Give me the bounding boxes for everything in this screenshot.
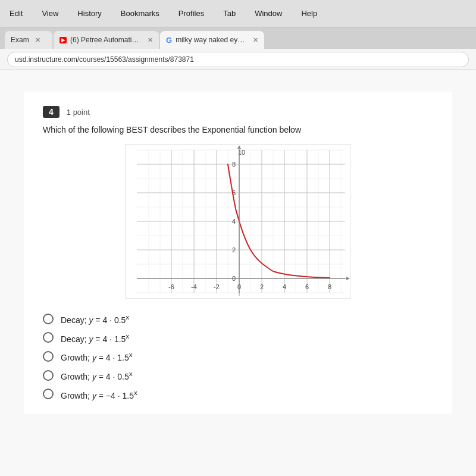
tab-google-close[interactable]: ✕ (253, 36, 258, 44)
question-header: 4 1 point (43, 106, 433, 118)
menu-help[interactable]: Help (298, 7, 321, 20)
youtube-icon: ▶ (60, 37, 67, 43)
radio-0[interactable] (43, 314, 54, 324)
google-icon: G (166, 36, 172, 45)
tab-youtube[interactable]: ▶ (6) Petree Automatic Self-Clea ✕ (54, 31, 159, 49)
svg-text:-6: -6 (168, 283, 174, 290)
menu-bookmarks[interactable]: Bookmarks (117, 7, 163, 20)
tab-google[interactable]: G milky way naked eye visibility ✕ (160, 31, 264, 49)
radio-1[interactable] (43, 332, 54, 343)
tab-exam[interactable]: Exam ✕ (5, 31, 52, 49)
answer-text-3: Growth; y = 4 · 0.5x (61, 369, 133, 381)
url-input[interactable]: usd.instructure.com/courses/15563/assign… (7, 52, 469, 67)
svg-text:2: 2 (260, 283, 264, 290)
url-text: usd.instructure.com/courses/15563/assign… (15, 55, 194, 64)
answer-choice-0[interactable]: Decay; y = 4 · 0.5x (43, 313, 433, 325)
question-points: 1 point (67, 108, 90, 117)
radio-3[interactable] (43, 370, 54, 381)
answer-choice-4[interactable]: Growth; y = −4 · 1.5x (43, 389, 433, 400)
svg-text:6: 6 (305, 283, 309, 290)
menu-tab[interactable]: Tab (220, 7, 239, 20)
tab-youtube-label: (6) Petree Automatic Self-Clea (70, 36, 142, 44)
answer-choice-3[interactable]: Growth; y = 4 · 0.5x (43, 369, 433, 381)
tab-exam-close[interactable]: ✕ (35, 36, 40, 44)
address-bar: usd.instructure.com/courses/15563/assign… (0, 49, 476, 70)
answer-choice-1[interactable]: Decay; y = 4 · 1.5x (43, 332, 433, 344)
svg-text:-4: -4 (191, 283, 197, 290)
menu-profiles[interactable]: Profiles (175, 7, 208, 20)
page-content: 4 1 point Which of the following BEST de… (0, 70, 476, 476)
answer-text-2: Growth; y = 4 · 1.5x (61, 350, 133, 362)
question-container: 4 1 point Which of the following BEST de… (24, 92, 452, 414)
menu-bar: Edit View History Bookmarks Profiles Tab… (0, 0, 476, 27)
radio-2[interactable] (43, 351, 54, 362)
question-number: 4 (43, 106, 60, 118)
question-text: Which of the following BEST describes th… (43, 125, 433, 134)
svg-text:4: 4 (232, 218, 236, 225)
tab-google-label: milky way naked eye visibility (176, 36, 247, 44)
answer-choices: Decay; y = 4 · 0.5x Decay; y = 4 · 1.5x … (43, 313, 433, 400)
menu-history[interactable]: History (74, 7, 105, 20)
svg-text:2: 2 (232, 246, 236, 253)
graph-svg: -6 -4 -2 0 2 4 6 8 0 2 4 6 8 (125, 144, 351, 299)
svg-text:-2: -2 (214, 283, 220, 290)
svg-text:8: 8 (328, 283, 331, 290)
tab-youtube-close[interactable]: ✕ (148, 36, 153, 44)
answer-text-4: Growth; y = −4 · 1.5x (61, 389, 137, 400)
tab-bar: Exam ✕ ▶ (6) Petree Automatic Self-Clea … (0, 27, 476, 49)
menu-view[interactable]: View (38, 7, 62, 20)
tab-exam-label: Exam (11, 36, 29, 44)
menu-edit[interactable]: Edit (6, 7, 26, 20)
graph-container: -6 -4 -2 0 2 4 6 8 0 2 4 6 8 (125, 144, 351, 299)
svg-text:4: 4 (283, 283, 286, 290)
svg-text:8: 8 (232, 161, 236, 168)
answer-text-1: Decay; y = 4 · 1.5x (61, 332, 129, 344)
menu-window[interactable]: Window (251, 7, 286, 20)
answer-choice-2[interactable]: Growth; y = 4 · 1.5x (43, 350, 433, 362)
answer-text-0: Decay; y = 4 · 0.5x (61, 313, 129, 325)
radio-4[interactable] (43, 389, 54, 399)
